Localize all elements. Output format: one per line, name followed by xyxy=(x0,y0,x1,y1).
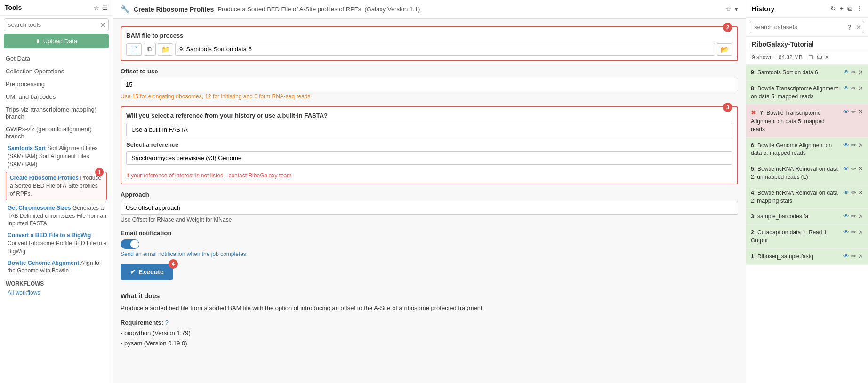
tool-subtitle: Produce a Sorted BED File of A-Site prof… xyxy=(217,6,420,13)
history-item-8-edit[interactable]: ✏ xyxy=(851,85,856,92)
history-refresh-icon[interactable]: ↻ xyxy=(830,5,836,13)
sidebar-header: Tools ☆ ☰ xyxy=(0,0,113,16)
bam-controls: 📄 ⧉ 📁 9: Samtools Sort on data 6 📂 xyxy=(126,43,732,56)
sidebar-title: Tools xyxy=(5,4,22,11)
ref-type-select[interactable]: Use a built-in FASTA Use a history datas… xyxy=(126,123,732,136)
requirements-help-icon[interactable]: ? xyxy=(165,319,169,326)
history-item-6-view[interactable]: 👁 xyxy=(843,142,849,149)
sidebar-tool-create-ribosome-profiles[interactable]: Create Ribosome Profiles Produce a Sorte… xyxy=(6,172,107,200)
history-item-9-edit[interactable]: ✏ xyxy=(851,69,856,76)
execute-button[interactable]: ✔ Execute xyxy=(121,264,173,280)
what-it-does-section: What it does Produce a sorted bed file f… xyxy=(121,292,738,349)
upload-data-button[interactable]: ⬆ Upload Data xyxy=(4,34,109,48)
history-search-clear-icon[interactable]: ✕ xyxy=(856,24,861,31)
tool-title: Create Ribosome Profiles xyxy=(134,6,214,13)
email-hint: Send an email notification when the job … xyxy=(121,251,738,257)
history-item-2-edit[interactable]: ✏ xyxy=(851,229,856,236)
approach-hint: Use Offset for RNase and Weight for MNas… xyxy=(121,216,738,223)
main-content: 🔧 Create Ribosome Profiles Produce a Sor… xyxy=(113,0,746,383)
sidebar-item-trips-viz[interactable]: Trips-viz (transcriptome mapping) branch xyxy=(0,103,113,123)
bam-folder-icon-btn[interactable]: 📁 xyxy=(158,43,173,56)
history-item-4-delete[interactable]: ✕ xyxy=(858,189,863,196)
history-item-2-view[interactable]: 👁 xyxy=(843,229,849,236)
execute-badge: 4 xyxy=(169,259,178,269)
sidebar-item-collection-operations[interactable]: Collection Operations xyxy=(0,65,113,78)
history-item-2: 2: Cutadapt on data 1: Read 1 Output 👁 ✏… xyxy=(746,225,868,249)
sidebar-item-gwips-viz[interactable]: GWIPs-viz (genomic alignment) branch xyxy=(0,123,113,143)
history-name: RiboGalaxy-Tutorial xyxy=(746,37,868,52)
bam-duplicate-icon-btn[interactable]: ⧉ xyxy=(144,43,156,56)
email-toggle-switch[interactable] xyxy=(121,239,139,249)
approach-group: Approach Use offset approach Use weight … xyxy=(121,191,738,223)
history-item-5-view[interactable]: 👁 xyxy=(843,165,849,172)
sidebar-item-preprocessing[interactable]: Preprocessing xyxy=(0,78,113,90)
history-item-1-delete[interactable]: ✕ xyxy=(858,253,863,260)
bam-file-select[interactable]: 9: Samtools Sort on data 6 xyxy=(175,43,715,56)
bam-browse-btn[interactable]: 📂 xyxy=(717,43,732,56)
history-search-bar: ? ✕ xyxy=(746,18,868,37)
history-item-4-edit[interactable]: ✏ xyxy=(851,189,856,196)
star-icon[interactable]: ☆ xyxy=(94,4,99,11)
history-item-4-view[interactable]: 👁 xyxy=(843,189,849,196)
history-item-1-edit[interactable]: ✏ xyxy=(851,253,856,260)
sidebar-header-icons: ☆ ☰ xyxy=(94,4,108,11)
what-it-does-title: What it does xyxy=(121,292,738,300)
history-item-8-view[interactable]: 👁 xyxy=(843,85,849,92)
history-columns-icon[interactable]: ⧉ xyxy=(847,5,852,13)
history-delete-icon[interactable]: ✕ xyxy=(825,54,829,61)
bam-label: BAM file to process xyxy=(126,32,732,39)
ref-genome-select[interactable]: Saccharomyces cerevisiae (v3) Genome xyxy=(126,151,732,165)
history-item-8-delete[interactable]: ✕ xyxy=(858,85,863,92)
history-item-7-edit[interactable]: ✏ xyxy=(851,108,856,115)
execute-section: 4 ✔ Execute xyxy=(121,264,173,280)
email-notification-group: Email notification Send an email notific… xyxy=(121,230,738,257)
history-item-5-delete[interactable]: ✕ xyxy=(858,165,863,172)
sidebar-tool-samtools-sort[interactable]: Samtools Sort Sort Alignment Files (SAM/… xyxy=(0,143,113,170)
history-item-7-view[interactable]: 👁 xyxy=(843,108,849,115)
history-item-5-edit[interactable]: ✏ xyxy=(851,165,856,172)
bam-badge: 2 xyxy=(723,23,732,32)
history-settings-icon[interactable]: ⋮ xyxy=(856,5,862,13)
history-search-help-icon[interactable]: ? xyxy=(847,24,851,31)
list-icon[interactable]: ☰ xyxy=(102,4,108,11)
history-item-9-delete[interactable]: ✕ xyxy=(858,69,863,76)
history-item-6-delete[interactable]: ✕ xyxy=(858,142,863,149)
sidebar-tool-get-chromosome-sizes[interactable]: Get Chromosome Sizes Generates a TAB Del… xyxy=(0,202,113,230)
requirement-1: - biopython (Version 1.79) xyxy=(121,328,738,338)
sidebar-item-get-data[interactable]: Get Data xyxy=(0,52,113,65)
history-item-6-edit[interactable]: ✏ xyxy=(851,142,856,149)
history-item-3-delete[interactable]: ✕ xyxy=(858,213,863,220)
history-add-icon[interactable]: + xyxy=(840,5,844,13)
requirement-2: - pysam (Version 0.19.0) xyxy=(121,338,738,349)
chevron-down-icon[interactable]: ▾ xyxy=(735,6,738,13)
form-area: 2 BAM file to process 📄 ⧉ 📁 9: Samtools … xyxy=(113,19,746,356)
history-meta: 9 shown 64.32 MB ☐ 🏷 ✕ xyxy=(746,52,868,65)
requirements-title: Requirements: xyxy=(121,319,165,326)
sidebar-item-umi-barcodes[interactable]: UMI and barcodes xyxy=(0,90,113,103)
ref-section: 3 Will you select a reference from your … xyxy=(121,106,738,184)
history-item-2-delete[interactable]: ✕ xyxy=(858,229,863,236)
sidebar-tool-bowtie-genome-alignment[interactable]: Bowtie Genome Alignment Align to the Gen… xyxy=(0,257,113,277)
history-tag-icon[interactable]: 🏷 xyxy=(816,54,822,61)
offset-label: Offset to use xyxy=(121,68,738,75)
checkmark-icon: ✔ xyxy=(130,268,136,276)
bam-copy-icon-btn[interactable]: 📄 xyxy=(126,43,142,56)
history-item-1-view[interactable]: 👁 xyxy=(843,253,849,260)
history-header-icons: ↻ + ⧉ ⋮ xyxy=(830,5,862,13)
search-clear-icon[interactable]: ✕ xyxy=(100,20,106,29)
history-checkbox-icon[interactable]: ☐ xyxy=(808,54,813,61)
tool-wrench-icon: 🔧 xyxy=(121,5,130,14)
offset-input[interactable] xyxy=(121,78,738,91)
all-workflows-link[interactable]: All workflows xyxy=(0,288,113,297)
star-tool-icon[interactable]: ☆ xyxy=(725,6,731,13)
search-input[interactable] xyxy=(4,18,109,31)
approach-select[interactable]: Use offset approach Use weight approach xyxy=(121,201,738,215)
history-item-3-view[interactable]: 👁 xyxy=(843,213,849,220)
history-item-9-view[interactable]: 👁 xyxy=(843,69,849,76)
ref-hint: If your reference of interest is not lis… xyxy=(126,172,732,179)
history-item-3-edit[interactable]: ✏ xyxy=(851,213,856,220)
sidebar-tool-convert-bed-bigwig[interactable]: Convert a BED File to a BigWig Convert R… xyxy=(0,230,113,257)
ref-question: Will you select a reference from your hi… xyxy=(126,112,732,119)
history-item-5: 5: Bowtie ncRNA Removal on data 2: unmap… xyxy=(746,161,868,185)
history-item-7-delete[interactable]: ✕ xyxy=(858,108,863,115)
